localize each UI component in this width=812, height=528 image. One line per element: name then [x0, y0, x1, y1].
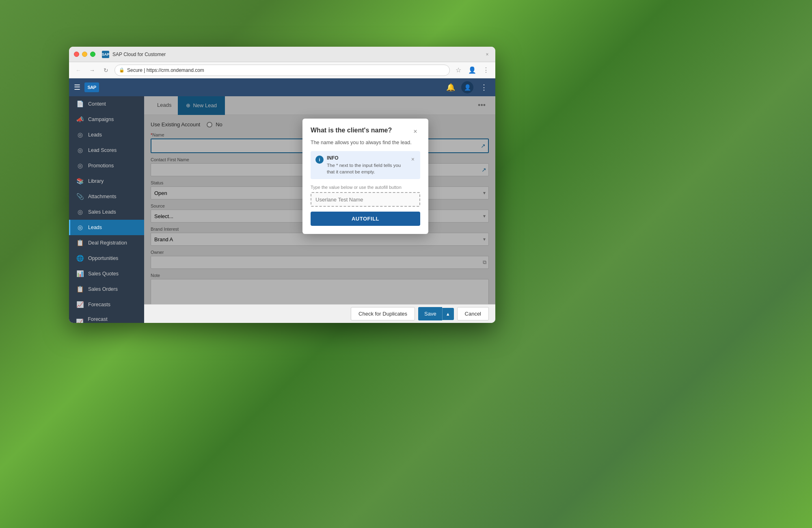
main-layout: 📄 Content 📣 Campaigns ◎ Leads ◎: [69, 96, 495, 323]
title-bar: SAP SAP Cloud for Customer ×: [69, 47, 495, 62]
tab-close-button[interactable]: ×: [484, 51, 490, 58]
sidebar-label-lead-scores: Lead Scores: [88, 147, 117, 153]
app-content: ☰ SAP 🔔 👤 ⋮ 📄 Content 📣: [69, 78, 495, 323]
sidebar-item-campaigns[interactable]: 📣 Campaigns: [69, 112, 144, 127]
sidebar-label-promotions: Promotions: [88, 163, 114, 169]
content-icon: 📄: [76, 100, 84, 108]
sidebar-item-promotions[interactable]: ◎ Promotions: [69, 158, 144, 173]
info-icon: i: [315, 156, 324, 164]
autofill-button[interactable]: AUTOFILL: [311, 212, 420, 226]
browser-window: SAP SAP Cloud for Customer × ← → ↻ 🔒 Sec…: [69, 47, 495, 323]
opportunities-icon: 🌐: [76, 255, 84, 262]
forecasts-icon: 📈: [76, 301, 84, 308]
address-bar: ← → ↻ 🔒 Secure | https://crm.ondemand.co…: [69, 62, 495, 78]
minimize-window-button[interactable]: [82, 52, 87, 57]
sidebar-item-content[interactable]: 📄 Content: [69, 96, 144, 112]
modal-header: What is the client's name? ×: [311, 127, 420, 136]
sap-logo: SAP: [84, 82, 99, 92]
sidebar-label-content: Content: [88, 101, 106, 107]
sidebar-label-forecasts: Forecasts: [88, 302, 110, 307]
sidebar-label-leads-active: Leads: [88, 225, 102, 230]
sales-leads-icon: ◎: [76, 208, 84, 216]
modal-subtitle: The name allows you to always find the l…: [311, 140, 420, 145]
save-button[interactable]: Save: [418, 307, 442, 320]
attachments-icon: 📎: [76, 193, 84, 200]
cancel-button[interactable]: Cancel: [457, 307, 489, 320]
forecast-admin-icon: 📈: [76, 318, 84, 323]
user-avatar[interactable]: 👤: [461, 81, 473, 93]
refresh-button[interactable]: ↻: [101, 65, 111, 76]
browser-menu-button[interactable]: ⋮: [481, 65, 491, 76]
close-window-button[interactable]: [74, 52, 79, 57]
sidebar-item-leads[interactable]: ◎ Leads: [69, 127, 144, 143]
campaigns-icon: 📣: [76, 116, 84, 123]
sidebar: 📄 Content 📣 Campaigns ◎ Leads ◎: [69, 96, 144, 323]
sidebar-item-library[interactable]: 📚 Library: [69, 173, 144, 189]
leads-active-icon: ◎: [76, 224, 84, 231]
info-content: INFO The * next to the input field tells…: [327, 155, 407, 175]
lock-icon: 🔒: [119, 67, 125, 73]
info-box: i INFO The * next to the input field tel…: [311, 151, 420, 179]
leads-icon: ◎: [76, 131, 84, 138]
modal-title: What is the client's name?: [311, 127, 392, 134]
sales-orders-icon: 📋: [76, 286, 84, 293]
forward-button[interactable]: →: [87, 65, 97, 76]
sidebar-item-attachments[interactable]: 📎 Attachments: [69, 189, 144, 204]
library-icon: 📚: [76, 177, 84, 185]
profile-icon[interactable]: 👤: [467, 65, 477, 76]
sidebar-item-forecast-administration[interactable]: 📈 Forecast Administration: [69, 312, 144, 323]
sidebar-label-sales-quotes: Sales Quotes: [88, 271, 119, 277]
top-nav-menu-icon[interactable]: ⋮: [477, 81, 490, 94]
info-title: INFO: [327, 155, 407, 161]
info-text: The * next to the input field tells you …: [327, 162, 407, 175]
lead-scores-icon: ◎: [76, 147, 84, 154]
save-with-dropdown: Save ▲: [418, 307, 454, 320]
sidebar-label-deal-registration: Deal Registration: [88, 240, 127, 246]
sidebar-item-lead-scores[interactable]: ◎ Lead Scores: [69, 143, 144, 158]
tab-title: SAP Cloud for Customer: [112, 52, 481, 57]
sidebar-label-opportunities: Opportunities: [88, 255, 118, 261]
top-nav: ☰ SAP 🔔 👤 ⋮: [69, 78, 495, 96]
info-close-button[interactable]: ×: [410, 155, 415, 175]
back-button[interactable]: ←: [73, 65, 84, 76]
promotions-icon: ◎: [76, 162, 84, 169]
sidebar-item-forecasts[interactable]: 📈 Forecasts: [69, 297, 144, 312]
sidebar-label-sales-leads: Sales Leads: [88, 209, 116, 215]
sidebar-label-forecast-admin: Forecast Administration: [88, 316, 138, 323]
modal-close-button[interactable]: ×: [410, 127, 420, 136]
notification-icon[interactable]: 🔔: [444, 81, 457, 94]
deal-registration-icon: 📋: [76, 239, 84, 247]
bookmark-button[interactable]: ☆: [453, 65, 464, 76]
sidebar-label-sales-orders: Sales Orders: [88, 286, 118, 292]
sidebar-item-sales-quotes[interactable]: 📊 Sales Quotes: [69, 266, 144, 281]
sidebar-item-opportunities[interactable]: 🌐 Opportunities: [69, 251, 144, 266]
url-bar[interactable]: 🔒 Secure | https://crm.ondemand.com: [114, 65, 450, 76]
sidebar-label-campaigns: Campaigns: [88, 117, 114, 122]
sidebar-item-sales-leads[interactable]: ◎ Sales Leads: [69, 204, 144, 220]
sidebar-item-leads-active[interactable]: ◎ Leads: [69, 220, 144, 235]
action-bar: Check for Duplicates Save ▲ Cancel: [144, 304, 495, 323]
sidebar-items: 📄 Content 📣 Campaigns ◎ Leads ◎: [69, 96, 144, 323]
sidebar-label-attachments: Attachments: [88, 194, 116, 199]
sidebar-label-leads: Leads: [88, 132, 102, 138]
tab-favicon: SAP: [102, 51, 109, 58]
maximize-window-button[interactable]: [90, 52, 95, 57]
autofill-hint: Type the value below or use the autofill…: [311, 185, 420, 190]
url-text: Secure | https://crm.ondemand.com: [127, 67, 204, 73]
sales-quotes-icon: 📊: [76, 270, 84, 277]
modal-dialog: What is the client's name? × The name al…: [302, 119, 428, 234]
sidebar-item-deal-registration[interactable]: 📋 Deal Registration: [69, 235, 144, 251]
traffic-lights: [74, 52, 95, 57]
form-area: Leads ⊕ New Lead ••• Use Existing Accoun…: [144, 96, 495, 323]
check-duplicates-button[interactable]: Check for Duplicates: [351, 307, 415, 320]
sidebar-item-sales-orders[interactable]: 📋 Sales Orders: [69, 281, 144, 297]
hamburger-icon[interactable]: ☰: [74, 83, 80, 92]
save-dropdown-button[interactable]: ▲: [442, 308, 454, 320]
sidebar-label-library: Library: [88, 178, 104, 184]
autofill-input[interactable]: [311, 192, 420, 207]
